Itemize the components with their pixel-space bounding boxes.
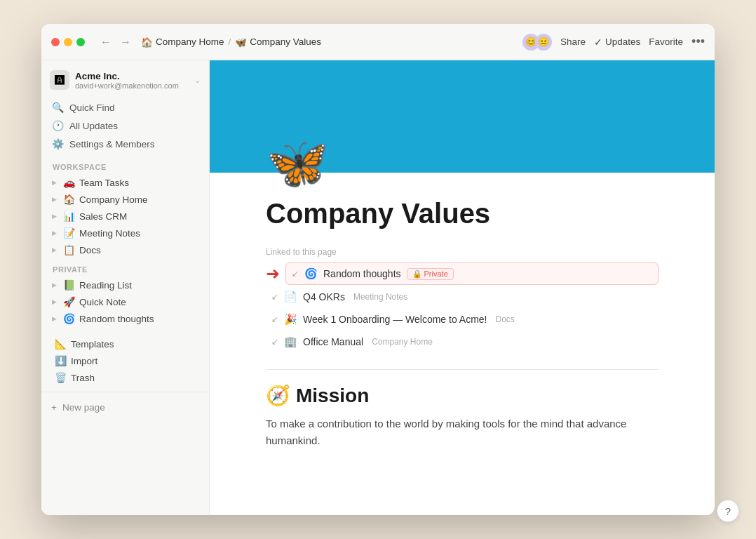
- expand-arrow-icon: ▶: [50, 213, 58, 220]
- app-window: ← → 🏠 Company Home / 🦋 Company Values 😊 …: [41, 24, 715, 515]
- page-icon: 🦋: [266, 135, 329, 191]
- random-thoughts-name: Random thoughts: [323, 268, 401, 279]
- private-section-label: PRIVATE: [41, 258, 209, 277]
- compass-icon: 🧭: [266, 384, 290, 407]
- q4-okrs-parent: Meeting Notes: [353, 292, 407, 302]
- mission-title-text: Mission: [296, 385, 369, 407]
- minimize-button[interactable]: [64, 38, 72, 46]
- sidebar-item-templates[interactable]: 📐 Templates: [46, 335, 205, 352]
- breadcrumb-separator: /: [229, 36, 231, 47]
- q4-okrs-icon: 📄: [284, 291, 297, 303]
- breadcrumb-company-values[interactable]: 🦋 Company Values: [235, 36, 321, 48]
- linked-item-random-thoughts[interactable]: ↙ 🌀 Random thoughts 🔒 Private: [285, 262, 659, 285]
- sidebar-item-sales-crm[interactable]: ▶ 📊 Sales CRM: [41, 208, 209, 225]
- docs-icon: 📋: [62, 244, 75, 255]
- quick-note-icon: 🚀: [62, 296, 75, 307]
- breadcrumb-company-home-label: Company Home: [156, 36, 224, 47]
- sidebar-item-import[interactable]: ⬇️ Import: [46, 352, 205, 369]
- q4-okrs-name: Q4 OKRs: [303, 291, 345, 302]
- onboarding-parent: Docs: [496, 314, 515, 324]
- linked-item-office-manual[interactable]: ↙ 🏢 Office Manual Company Home: [266, 331, 659, 352]
- trash-icon: 🗑️: [54, 372, 67, 383]
- section-divider: [266, 369, 659, 370]
- favorite-button[interactable]: Favorite: [649, 36, 683, 47]
- sidebar-item-quick-note[interactable]: ▶ 🚀 Quick Note: [41, 293, 209, 310]
- avatar-group: 😊 😐: [522, 34, 552, 51]
- gear-icon: ⚙️: [51, 138, 64, 149]
- page-icon-wrapper: 🦋: [266, 138, 659, 188]
- sidebar-item-trash[interactable]: 🗑️ Trash: [46, 369, 205, 386]
- workspace-info: Acme Inc. david+work@makenotion.com: [75, 71, 189, 90]
- team-tasks-label: Team Tasks: [79, 178, 129, 188]
- workspace-section-label: WORKSPACE: [41, 156, 209, 174]
- sidebar-item-team-tasks[interactable]: ▶ 🚗 Team Tasks: [41, 174, 209, 191]
- breadcrumb-company-values-label: Company Values: [250, 36, 321, 47]
- random-thoughts-icon: 🌀: [62, 313, 75, 324]
- expand-arrow-icon: ▶: [50, 315, 58, 322]
- breadcrumb-company-home[interactable]: 🏠 Company Home: [141, 36, 224, 48]
- sidebar-item-meeting-notes[interactable]: ▶ 📝 Meeting Notes: [41, 225, 209, 241]
- lock-icon: 🔒: [412, 270, 422, 279]
- expand-arrow-icon: ▶: [50, 281, 58, 288]
- sidebar-nav: 🔍 Quick Find 🕐 All Updates ⚙️ Settings &…: [41, 95, 209, 156]
- sidebar-item-quick-find[interactable]: 🔍 Quick Find: [46, 98, 205, 117]
- help-button[interactable]: ?: [717, 500, 739, 522]
- trash-label: Trash: [71, 373, 95, 383]
- plus-icon: +: [51, 402, 57, 413]
- reading-list-icon: 📗: [62, 279, 75, 291]
- all-updates-label: All Updates: [69, 121, 118, 131]
- red-arrow-indicator: ➜: [266, 264, 280, 284]
- share-button[interactable]: Share: [560, 36, 586, 47]
- forward-button[interactable]: →: [117, 34, 134, 50]
- main-layout: 🅰 Acme Inc. david+work@makenotion.com ⌄ …: [41, 60, 715, 515]
- workspace-header[interactable]: 🅰 Acme Inc. david+work@makenotion.com ⌄: [41, 60, 209, 95]
- check-icon: ✓: [594, 36, 602, 48]
- sidebar-item-company-home[interactable]: ▶ 🏠 Company Home: [41, 191, 209, 208]
- expand-arrow-icon: ▶: [50, 229, 58, 237]
- docs-label: Docs: [79, 245, 101, 255]
- sidebar-item-all-updates[interactable]: 🕐 All Updates: [46, 117, 205, 135]
- maximize-button[interactable]: [76, 38, 85, 46]
- sidebar-item-settings[interactable]: ⚙️ Settings & Members: [46, 135, 205, 153]
- team-tasks-icon: 🚗: [62, 177, 75, 188]
- expand-arrow-icon: ▶: [50, 246, 58, 253]
- page-content: 🦋 Company Values Linked to this page ➜ ↙…: [210, 60, 715, 515]
- workspace-name: Acme Inc.: [75, 71, 189, 81]
- linked-label: Linked to this page: [266, 247, 659, 257]
- titlebar-actions: 😊 😐 Share ✓ Updates Favorite •••: [522, 34, 705, 51]
- office-manual-icon: 🏢: [284, 335, 297, 348]
- chevron-icon: ⌄: [194, 76, 201, 85]
- mission-section: 🧭 Mission To make a contribution to the …: [266, 384, 659, 449]
- templates-label: Templates: [71, 339, 114, 350]
- sidebar-item-random-thoughts[interactable]: ▶ 🌀 Random thoughts: [41, 310, 209, 327]
- nav-buttons: ← →: [97, 34, 134, 50]
- sidebar-item-reading-list[interactable]: ▶ 📗 Reading List: [41, 277, 209, 293]
- onboarding-icon: 🎉: [284, 313, 297, 326]
- linked-items-list: ➜ ↙ 🌀 Random thoughts 🔒 Private: [266, 262, 659, 352]
- more-button[interactable]: •••: [691, 34, 705, 49]
- expand-arrow-icon: ▶: [50, 196, 58, 203]
- updates-button[interactable]: ✓ Updates: [594, 36, 640, 48]
- close-button[interactable]: [51, 38, 60, 46]
- linked-item-onboarding[interactable]: ↙ 🎉 Week 1 Onboarding — Welcome to Acme!…: [266, 309, 659, 330]
- updates-label: Updates: [605, 36, 640, 47]
- linked-item-q4-okrs[interactable]: ↙ 📄 Q4 OKRs Meeting Notes: [266, 286, 659, 307]
- traffic-lights: [51, 38, 85, 46]
- butterfly-icon: 🦋: [235, 36, 247, 48]
- new-page-button[interactable]: + New page: [46, 398, 205, 417]
- link-arrow-icon: ↙: [292, 269, 299, 279]
- back-button[interactable]: ←: [97, 34, 114, 50]
- import-icon: ⬇️: [54, 355, 67, 366]
- sidebar-item-docs[interactable]: ▶ 📋 Docs: [41, 241, 209, 258]
- breadcrumb: 🏠 Company Home / 🦋 Company Values: [141, 36, 515, 48]
- expand-arrow-icon: ▶: [50, 298, 58, 305]
- page-title: Company Values: [266, 197, 659, 230]
- expand-arrow-icon: ▶: [50, 179, 58, 186]
- mission-title: 🧭 Mission: [266, 384, 659, 407]
- random-thoughts-page-icon: 🌀: [304, 267, 318, 280]
- sales-crm-icon: 📊: [62, 211, 75, 222]
- workspace-icon: 🅰: [50, 70, 69, 90]
- private-items: ▶ 📗 Reading List ▶ 🚀 Quick Note ▶ 🌀 Rand…: [41, 277, 209, 327]
- sidebar: 🅰 Acme Inc. david+work@makenotion.com ⌄ …: [41, 60, 210, 515]
- random-thoughts-label: Random thoughts: [79, 314, 154, 324]
